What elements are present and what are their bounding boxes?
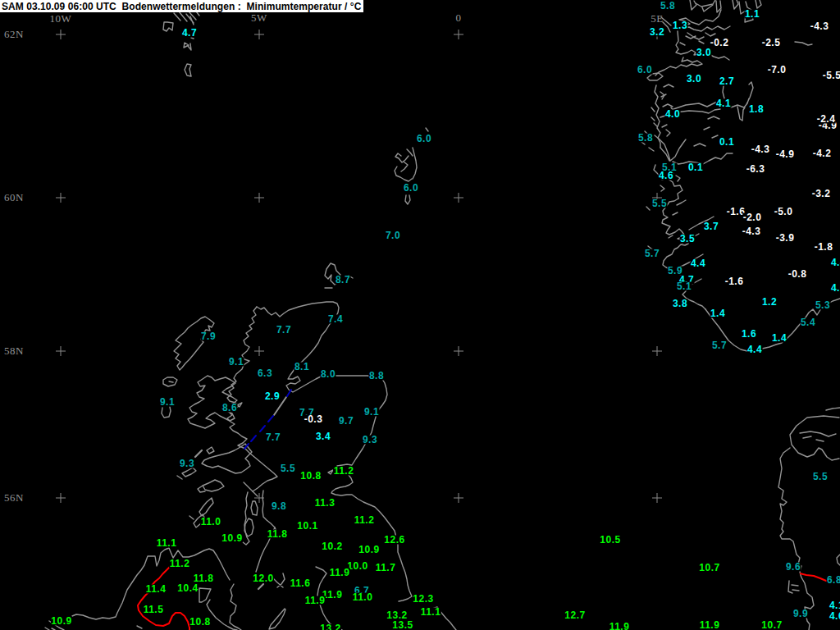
svg-text:3.5: 3.5 — [680, 233, 695, 244]
svg-text:-4.3: -4.3 — [742, 226, 761, 237]
svg-text:11.6: 11.6 — [290, 578, 311, 589]
svg-text:3.7: 3.7 — [704, 221, 719, 232]
svg-text:-4.3: -4.3 — [810, 21, 829, 32]
svg-text:4.7: 4.7 — [182, 27, 197, 39]
svg-text:5.1: 5.1 — [677, 281, 692, 292]
svg-text:-0.2: -0.2 — [710, 37, 729, 48]
svg-text:4.6: 4.6 — [831, 282, 840, 294]
svg-text:3.4: 3.4 — [316, 431, 331, 442]
svg-text:12.0: 12.0 — [253, 573, 273, 584]
svg-text:8.6: 8.6 — [222, 402, 237, 413]
svg-text:-2.5: -2.5 — [762, 37, 781, 48]
svg-text:10.9: 10.9 — [221, 532, 242, 544]
svg-text:11.1: 11.1 — [157, 537, 177, 549]
svg-text:58N: 58N — [4, 345, 24, 357]
svg-text:11.9: 11.9 — [330, 567, 350, 578]
svg-text:9.3: 9.3 — [363, 434, 377, 445]
svg-text:8.0: 8.0 — [321, 368, 336, 380]
svg-text:-4.2: -4.2 — [813, 148, 832, 159]
svg-text:-0.8: -0.8 — [788, 268, 807, 280]
svg-text:62N: 62N — [4, 28, 24, 40]
svg-text:9.7: 9.7 — [339, 415, 354, 427]
svg-text:5.7: 5.7 — [645, 248, 660, 259]
svg-text:12.3: 12.3 — [413, 593, 433, 605]
svg-text:1.2: 1.2 — [762, 296, 777, 308]
svg-text:11.7: 11.7 — [376, 562, 396, 573]
svg-text:1.4: 1.4 — [710, 308, 725, 319]
svg-text:10.4: 10.4 — [177, 582, 198, 594]
svg-text:5E: 5E — [651, 12, 663, 25]
svg-text:10W: 10W — [50, 12, 72, 25]
svg-text:9.6: 9.6 — [786, 561, 801, 573]
svg-text:10.2: 10.2 — [322, 541, 342, 552]
svg-text:3.8: 3.8 — [673, 298, 687, 309]
svg-text:56N: 56N — [4, 491, 24, 504]
svg-text:5.3: 5.3 — [815, 299, 830, 311]
svg-text:3.0: 3.0 — [696, 47, 711, 58]
svg-text:1.1: 1.1 — [745, 8, 760, 20]
svg-text:13.2: 13.2 — [320, 623, 340, 630]
svg-text:11.9: 11.9 — [305, 595, 326, 606]
svg-text:11.9: 11.9 — [609, 621, 630, 630]
svg-text:2.9: 2.9 — [265, 390, 280, 402]
svg-text:10.5: 10.5 — [600, 534, 620, 546]
svg-text:13.5: 13.5 — [392, 619, 413, 630]
svg-text:-3.9: -3.9 — [776, 232, 795, 244]
svg-text:-0.3: -0.3 — [304, 413, 323, 425]
svg-text:9.3: 9.3 — [180, 458, 194, 469]
svg-text:-6.3: -6.3 — [746, 163, 765, 175]
svg-text:5.5: 5.5 — [281, 463, 295, 474]
svg-text:5.8: 5.8 — [660, 0, 675, 11]
svg-text:4.0: 4.0 — [665, 108, 680, 120]
svg-text:-4.9: -4.9 — [776, 148, 795, 160]
svg-text:11.0: 11.0 — [201, 516, 221, 527]
svg-text:10.0: 10.0 — [347, 560, 368, 572]
svg-text:5.7: 5.7 — [712, 340, 727, 351]
svg-text:10.7: 10.7 — [761, 619, 782, 630]
svg-text:10.7: 10.7 — [699, 562, 719, 573]
svg-text:SAM 03.10.09 06:00 UTC Bodenw: SAM 03.10.09 06:00 UTC Bodenwettermeldun… — [2, 1, 362, 12]
svg-text:11.2: 11.2 — [334, 465, 354, 477]
svg-text:4.4: 4.4 — [691, 258, 705, 269]
svg-text:5W: 5W — [251, 11, 267, 24]
svg-text:10.8: 10.8 — [300, 470, 321, 482]
svg-text:1.3: 1.3 — [673, 20, 687, 31]
svg-text:11.4: 11.4 — [146, 583, 167, 595]
svg-text:8.8: 8.8 — [369, 370, 384, 381]
svg-text:4.1: 4.1 — [829, 600, 840, 611]
svg-text:11.1: 11.1 — [421, 606, 441, 618]
svg-text:60N: 60N — [4, 191, 24, 203]
svg-text:11.8: 11.8 — [267, 528, 288, 540]
svg-text:5.5: 5.5 — [652, 198, 667, 209]
svg-text:4.6: 4.6 — [659, 170, 673, 181]
svg-text:6.0: 6.0 — [417, 133, 431, 144]
svg-text:2.7: 2.7 — [719, 75, 734, 87]
svg-text:1.4: 1.4 — [772, 332, 787, 344]
svg-text:-2.4: -2.4 — [817, 113, 836, 125]
svg-text:4.6: 4.6 — [829, 610, 840, 622]
svg-text:11.2: 11.2 — [170, 558, 190, 569]
svg-text:10.8: 10.8 — [189, 616, 210, 628]
svg-text:7.0: 7.0 — [386, 230, 400, 241]
svg-text:7.7: 7.7 — [276, 324, 291, 336]
svg-text:5.8: 5.8 — [638, 132, 653, 144]
svg-text:-3.2: -3.2 — [812, 188, 831, 199]
svg-text:9.8: 9.8 — [272, 500, 286, 512]
svg-text:9.1: 9.1 — [229, 356, 244, 368]
svg-text:10.9: 10.9 — [358, 544, 379, 555]
svg-text:7.4: 7.4 — [328, 313, 343, 325]
svg-text:4.1: 4.1 — [716, 98, 731, 109]
svg-text:6.8: 6.8 — [827, 574, 840, 586]
svg-text:8.1: 8.1 — [294, 361, 309, 372]
svg-text:6.0: 6.0 — [404, 182, 418, 194]
svg-text:0.1: 0.1 — [688, 162, 703, 173]
svg-text:3.0: 3.0 — [687, 73, 701, 84]
svg-text:11.2: 11.2 — [354, 514, 375, 526]
svg-text:10.9: 10.9 — [51, 615, 71, 627]
svg-text:0.1: 0.1 — [719, 136, 734, 148]
svg-text:7.7: 7.7 — [266, 431, 281, 443]
svg-text:11.9: 11.9 — [700, 619, 720, 630]
svg-text:1.6: 1.6 — [742, 328, 756, 340]
svg-text:-4.3: -4.3 — [751, 144, 770, 155]
svg-text:9.9: 9.9 — [793, 608, 808, 619]
